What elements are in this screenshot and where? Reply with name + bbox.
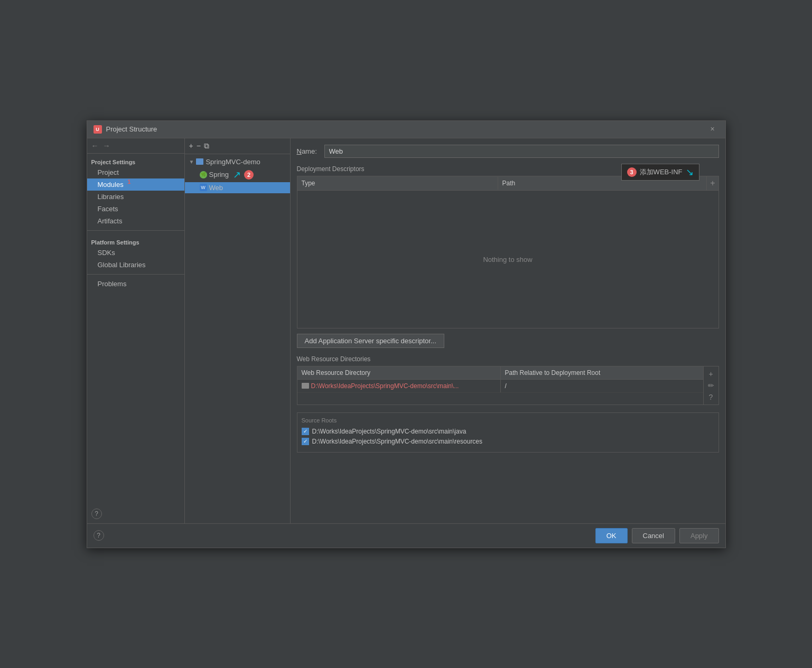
- wrd-table: Web Resource Directory Path Relative to …: [297, 366, 703, 404]
- wrd-side-buttons: + ✏ ?: [703, 366, 718, 404]
- expand-icon: ▼: [189, 159, 194, 165]
- tree-add-button[interactable]: +: [189, 142, 193, 150]
- wrd-help-button[interactable]: ?: [707, 392, 715, 402]
- wrd-entry-rel-path: /: [501, 380, 703, 392]
- spring-icon: 🌿: [200, 171, 207, 178]
- project-settings-section: Project Settings: [87, 156, 184, 166]
- name-input[interactable]: [324, 145, 719, 158]
- title-bar: U Project Structure ×: [87, 121, 725, 138]
- folder-icon: [196, 158, 203, 165]
- ok-button[interactable]: OK: [595, 528, 628, 543]
- footer-left: ?: [94, 530, 104, 541]
- source-root-checkbox-1[interactable]: ✓: [302, 438, 309, 445]
- annotation-circle-2: 2: [244, 170, 254, 180]
- annotation-1: 1: [127, 178, 130, 185]
- nav-arrows: ← →: [87, 138, 184, 154]
- footer: ? OK Cancel Apply: [87, 523, 725, 548]
- wrd-table-header: Web Resource Directory Path Relative to …: [297, 366, 703, 380]
- source-root-row-0: ✓ D:\Works\IdeaProjects\SpringMVC-demo\s…: [302, 428, 714, 435]
- nothing-to-show: Nothing to show: [483, 255, 532, 263]
- platform-settings-section: Platform Settings: [87, 236, 184, 247]
- close-button[interactable]: ×: [711, 125, 719, 134]
- back-arrow[interactable]: ←: [91, 142, 99, 150]
- tree-toolbar: + − ⧉: [185, 138, 290, 154]
- wrd-col-header: Web Resource Directory: [297, 366, 501, 379]
- web-icon: W: [200, 184, 207, 191]
- sidebar-help-button[interactable]: ?: [91, 509, 102, 519]
- add-descriptor-button[interactable]: +: [706, 176, 718, 190]
- add-server-descriptor-button[interactable]: Add Application Server specific descript…: [297, 334, 444, 348]
- name-row: Name:: [297, 145, 719, 158]
- webinf-tooltip-text: 添加WEB-INF: [640, 167, 683, 177]
- title-bar-left: U Project Structure: [94, 125, 157, 134]
- annotation-arrow-3: ↘: [686, 166, 694, 178]
- web-resource-dirs-label: Web Resource Directories: [297, 355, 719, 363]
- deployment-table-header: Type Path 3 添加WEB-INF ↘ +: [297, 176, 718, 191]
- sidebar: ← → Project Settings Project Modules 1 L…: [87, 138, 185, 523]
- dialog-title: Project Structure: [106, 125, 157, 133]
- main-content: ← → Project Settings Project Modules 1 L…: [87, 138, 725, 523]
- wrd-table-row[interactable]: D:\Works\IdeaProjects\SpringMVC-demo\src…: [297, 380, 703, 393]
- deployment-descriptors-table: Type Path 3 添加WEB-INF ↘ +: [297, 176, 719, 328]
- sidebar-item-facets[interactable]: Facets: [87, 203, 184, 215]
- sidebar-item-sdks[interactable]: SDKs: [87, 247, 184, 259]
- sidebar-bottom: ?: [87, 504, 184, 523]
- footer-help-button[interactable]: ?: [94, 530, 104, 541]
- tree-remove-button[interactable]: −: [197, 142, 201, 150]
- sidebar-divider: [87, 230, 184, 231]
- tree-content: ▼ SpringMVC-demo 🌿 Spring ↗ 2 W Web: [185, 154, 290, 523]
- cancel-button[interactable]: Cancel: [632, 528, 675, 543]
- app-icon: U: [94, 125, 102, 134]
- annotation-circle-3: 3: [627, 167, 637, 177]
- tree-item-web[interactable]: W Web: [185, 182, 290, 193]
- type-column-header: Type: [297, 177, 498, 190]
- tree-copy-button[interactable]: ⧉: [204, 142, 209, 150]
- module-tree: + − ⧉ ▼ SpringMVC-demo 🌿 Spring ↗ 2: [185, 138, 291, 523]
- annotation-arrow-2: ↗: [233, 169, 241, 181]
- wrd-edit-button[interactable]: ✏: [706, 380, 716, 391]
- sidebar-item-modules[interactable]: Modules 1: [87, 178, 184, 191]
- wrd-table-body: D:\Works\IdeaProjects\SpringMVC-demo\src…: [297, 380, 703, 396]
- add-webinf-area: 3 添加WEB-INF ↘ +: [706, 176, 718, 190]
- sidebar-item-problems[interactable]: Problems: [87, 278, 184, 290]
- sidebar-divider-2: [87, 274, 184, 275]
- tree-item-springmvc-demo[interactable]: ▼ SpringMVC-demo: [185, 156, 290, 167]
- wrd-path-col-header: Path Relative to Deployment Root: [501, 366, 703, 379]
- sidebar-item-global-libraries[interactable]: Global Libraries: [87, 259, 184, 271]
- folder-icon-small: [302, 383, 309, 389]
- sidebar-item-libraries[interactable]: Libraries: [87, 191, 184, 203]
- deployment-table-body: Nothing to show: [297, 191, 718, 328]
- tree-item-spring[interactable]: 🌿 Spring ↗ 2: [185, 167, 290, 182]
- source-root-row-1: ✓ D:\Works\IdeaProjects\SpringMVC-demo\s…: [302, 438, 714, 445]
- wrd-add-button[interactable]: +: [706, 369, 715, 379]
- deployment-descriptors-section: Type Path 3 添加WEB-INF ↘ +: [297, 176, 719, 355]
- forward-arrow[interactable]: →: [103, 142, 110, 150]
- web-resource-directories-section: Web Resource Directory Path Relative to …: [297, 366, 719, 405]
- main-panel: Name: Deployment Descriptors Type Path 3: [291, 138, 725, 523]
- wrd-entry-path: D:\Works\IdeaProjects\SpringMVC-demo\src…: [297, 380, 501, 392]
- source-root-path-0: D:\Works\IdeaProjects\SpringMVC-demo\src…: [312, 428, 466, 435]
- source-roots-section: Source Roots ✓ D:\Works\IdeaProjects\Spr…: [297, 412, 719, 453]
- source-root-path-1: D:\Works\IdeaProjects\SpringMVC-demo\src…: [312, 438, 483, 445]
- project-structure-dialog: U Project Structure × ← → Project Settin…: [87, 120, 726, 548]
- webinf-tooltip: 3 添加WEB-INF ↘: [621, 164, 699, 181]
- name-label: Name:: [297, 147, 318, 155]
- sidebar-item-artifacts[interactable]: Artifacts: [87, 215, 184, 227]
- source-roots-label: Source Roots: [302, 417, 714, 424]
- apply-button[interactable]: Apply: [679, 528, 719, 543]
- source-root-checkbox-0[interactable]: ✓: [302, 428, 309, 435]
- sidebar-item-project[interactable]: Project: [87, 166, 184, 178]
